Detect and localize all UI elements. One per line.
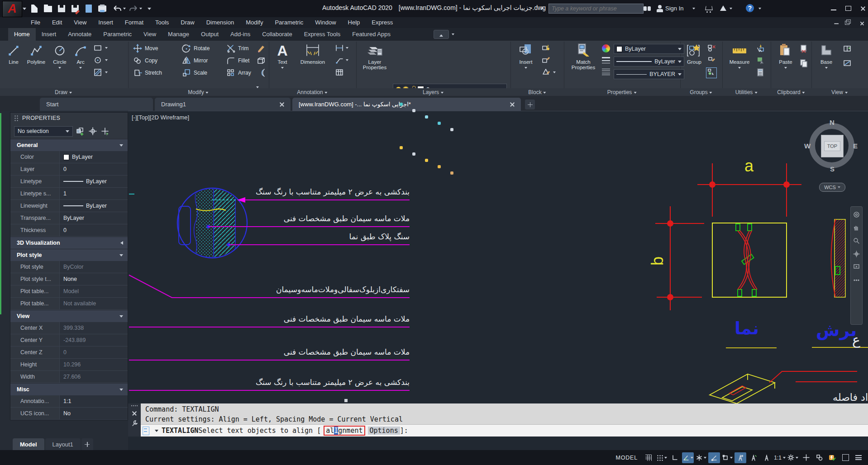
wcs-select[interactable]: WCS <box>819 183 845 192</box>
copy-icon[interactable] <box>133 56 142 65</box>
model-space-button[interactable]: MODEL <box>612 452 641 463</box>
tab-drawing1[interactable]: Drawing1 <box>155 98 291 111</box>
array-icon[interactable] <box>226 68 235 77</box>
fillet-label[interactable]: Fillet <box>238 56 249 66</box>
ribbon-tab-express-tools[interactable]: Express Tools <box>298 28 347 41</box>
leader-caret-icon[interactable] <box>346 59 348 61</box>
lineweight-icon[interactable] <box>602 57 610 63</box>
menu-format[interactable]: Format <box>119 17 149 28</box>
isolate-objects-button[interactable] <box>813 452 825 463</box>
group-edit-tool[interactable] <box>707 56 716 65</box>
sign-in-button[interactable]: Sign In <box>665 5 683 12</box>
ribbon-tab-addins[interactable]: Add-ins <box>224 28 256 41</box>
infocenter-search-input[interactable] <box>548 4 644 14</box>
close-button[interactable] <box>858 4 868 13</box>
viewcube-top-face[interactable]: TOP <box>821 135 844 157</box>
erase-icon[interactable] <box>256 44 265 53</box>
connect-caret-icon[interactable] <box>730 8 732 9</box>
full-nav-wheel-icon[interactable] <box>853 211 860 218</box>
cut-tool[interactable] <box>799 44 808 53</box>
command-input-line[interactable]: TEXTALIGN Select text objects to align [… <box>141 424 868 437</box>
help-button[interactable]: ? <box>746 4 754 12</box>
arc-caret-icon[interactable] <box>79 67 82 69</box>
infocenter-collapse-icon[interactable] <box>541 6 544 10</box>
menu-view[interactable]: View <box>68 17 92 28</box>
group-tool[interactable]: Group <box>683 42 705 65</box>
selection-filter-select[interactable]: No selection <box>14 126 73 137</box>
linear-dim-caret-icon[interactable] <box>346 47 348 49</box>
ribbon-tab-output[interactable]: Output <box>195 28 224 41</box>
toggle-pickadd-icon[interactable] <box>76 127 85 136</box>
alignment-option-highlight[interactable]: alIgnment <box>324 426 365 436</box>
crosshair-size-button[interactable] <box>800 452 812 463</box>
measure-caret-icon[interactable] <box>738 67 741 69</box>
menu-help[interactable]: Help <box>342 17 366 28</box>
linetype-select[interactable]: BYLAYER <box>614 69 684 79</box>
polyline-tool[interactable]: Polyline <box>24 42 48 65</box>
menu-modify[interactable]: Modify <box>240 17 269 28</box>
snap-caret-icon[interactable] <box>664 457 667 459</box>
move-label[interactable]: Move <box>145 43 158 53</box>
scale-label[interactable]: Scale <box>194 68 207 78</box>
save-as-icon[interactable] <box>71 4 80 13</box>
panel-label-properties[interactable]: Properties <box>607 89 637 95</box>
block-attributes-tool[interactable] <box>541 68 550 77</box>
autoscale-button[interactable] <box>748 452 759 463</box>
object-snap-button[interactable] <box>721 452 733 463</box>
menu-dimension[interactable]: Dimension <box>200 17 240 28</box>
sign-in-icon[interactable] <box>655 4 665 13</box>
text-caret-icon[interactable] <box>281 67 284 69</box>
layer-properties-tool[interactable]: Layer Properties <box>360 42 390 70</box>
base-view-tool[interactable]: Base <box>816 42 837 70</box>
prop-value[interactable]: 0 <box>59 163 128 175</box>
tab-layout1[interactable]: Layout1 <box>45 438 81 450</box>
trim-label[interactable]: Trim <box>238 43 249 53</box>
command-close-icon[interactable] <box>132 411 137 416</box>
linetype-icon[interactable] <box>602 69 610 75</box>
application-menu-button[interactable]: A <box>2 1 22 17</box>
palette-header[interactable]: PROPERTIES <box>10 113 128 123</box>
viewcube-west[interactable]: W <box>804 142 811 150</box>
orbit-icon[interactable] <box>853 251 860 257</box>
open-file-icon[interactable] <box>43 4 52 13</box>
section-3d-visualization[interactable]: 3D Visualization <box>10 237 128 249</box>
lineweight-select[interactable]: ByLayer <box>614 57 684 66</box>
explode-icon[interactable] <box>256 56 265 65</box>
panel-label-draw[interactable]: Draw <box>55 89 72 95</box>
doc-restore-button[interactable] <box>844 18 854 27</box>
panel-label-modify[interactable]: Modify <box>188 89 208 95</box>
ribbon-tab-featured-apps[interactable]: Featured Apps <box>346 28 396 41</box>
copy-clip-tool[interactable] <box>799 59 808 68</box>
ribbon-toggle-caret-icon[interactable] <box>452 33 454 35</box>
drawing-canvas[interactable]: [-][Top][2D Wireframe] بندکشی به عرض ۲ م… <box>128 111 868 404</box>
array-label[interactable]: Array <box>238 68 251 78</box>
snap-mode-button[interactable] <box>656 452 668 463</box>
panel-label-groups[interactable]: Groups <box>690 89 712 95</box>
panel-label-view[interactable]: View <box>831 89 848 95</box>
ellipse-tool[interactable] <box>93 56 102 65</box>
menu-file[interactable]: File <box>25 17 46 28</box>
panel-label-annotation[interactable]: Annotation <box>297 89 327 95</box>
tab-irandwg-active[interactable]: [www.IranDWG.com] -... اجرایی اسکوپ نما* <box>292 98 521 111</box>
ribbon-tab-collaborate[interactable]: Collaborate <box>256 28 298 41</box>
hatch-tool[interactable] <box>93 68 102 77</box>
plot-icon[interactable] <box>98 4 107 13</box>
annotation-scale-button[interactable] <box>761 452 773 463</box>
panel-label-layers[interactable]: Layers <box>423 89 444 95</box>
color-select[interactable]: ByLayer <box>614 44 684 54</box>
ribbon-tab-annotate[interactable]: Annotate <box>62 28 97 41</box>
arc-tool[interactable]: Arc <box>72 42 90 70</box>
undo-caret-icon[interactable] <box>123 8 126 9</box>
panel-label-utilities[interactable]: Utilities <box>735 89 758 95</box>
panel-label-clipboard[interactable]: Clipboard <box>777 89 805 95</box>
prop-value[interactable]: 1:1 <box>59 395 128 407</box>
paste-caret-icon[interactable] <box>784 67 787 69</box>
section-misc[interactable]: Misc <box>10 383 128 395</box>
ribbon-tab-parametric[interactable]: Parametric <box>97 28 138 41</box>
customization-menu-button[interactable] <box>853 452 864 463</box>
undo-button[interactable] <box>112 4 122 13</box>
offset-icon[interactable] <box>256 68 265 77</box>
viewcube-north[interactable]: N <box>830 119 835 126</box>
pan-hand-icon[interactable] <box>853 224 860 231</box>
stretch-label[interactable]: Stretch <box>145 68 162 78</box>
